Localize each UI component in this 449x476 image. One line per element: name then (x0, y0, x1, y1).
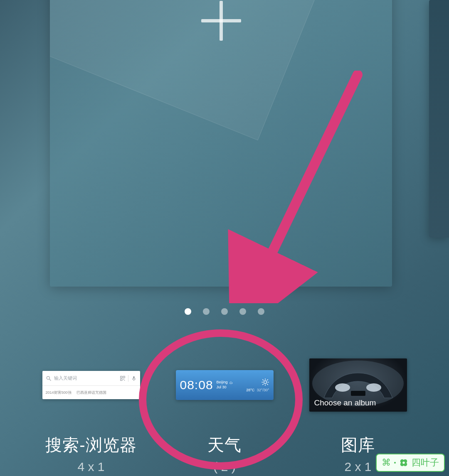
svg-rect-5 (120, 379, 122, 380)
cloud-icon (229, 381, 233, 385)
watermark-badge: ⌘ 四叶子 (376, 454, 445, 472)
svg-line-15 (262, 380, 263, 380)
weather-widget-preview: 08:08 Beijing Jul 30 (176, 370, 274, 400)
cmd-icon: ⌘ (382, 457, 391, 468)
sun-icon (261, 378, 269, 386)
widget-search-size: 4 x 1 (77, 460, 104, 474)
weather-time: 08:08 (180, 378, 213, 392)
weather-temp: 28°C (246, 388, 254, 392)
page-dot-1[interactable] (185, 308, 191, 315)
svg-point-20 (335, 383, 350, 392)
hot-topic-2: 巴西巫师诅咒德国 (76, 390, 106, 395)
widget-gallery-size: 2 x 1 (344, 460, 371, 474)
page-dot-2[interactable] (203, 308, 210, 315)
svg-point-21 (366, 383, 381, 392)
widget-weather-label: 天气 (207, 434, 242, 456)
add-page-icon[interactable] (201, 1, 241, 41)
widget-weather[interactable]: 08:08 Beijing Jul 30 (176, 358, 274, 474)
page-indicator (0, 308, 449, 315)
svg-rect-7 (124, 380, 125, 380)
svg-line-2 (49, 379, 51, 380)
watermark-text: 四叶子 (412, 456, 439, 469)
home-page-preview[interactable] (50, 0, 392, 287)
hot-topic-1: 2014财富500强 (46, 390, 72, 395)
svg-point-28 (402, 461, 405, 464)
qr-icon (120, 375, 126, 381)
gallery-widget-preview: Choose an album (309, 358, 407, 412)
page-dot-3[interactable] (221, 308, 228, 315)
clover-icon (399, 458, 408, 467)
page-dot-4[interactable] (239, 308, 246, 315)
svg-point-1 (47, 376, 49, 379)
gallery-caption: Choose an album (314, 398, 376, 407)
svg-line-18 (267, 380, 268, 380)
weather-range: 32°/30° (257, 388, 269, 392)
widget-gallery-label: 图库 (341, 434, 375, 456)
page-dot-5[interactable] (258, 308, 264, 315)
weather-city: Beijing (217, 380, 228, 385)
svg-line-17 (262, 384, 263, 385)
home-page-preview-next[interactable] (429, 0, 449, 238)
search-placeholder: 输入关键词 (54, 375, 117, 381)
svg-rect-6 (123, 379, 124, 380)
svg-rect-22 (351, 391, 365, 396)
search-widget-preview: 输入关键词 2014财富5 (42, 371, 140, 399)
svg-rect-4 (123, 376, 125, 378)
widget-search[interactable]: 输入关键词 2014财富5 (42, 358, 140, 474)
mic-icon (131, 375, 137, 381)
widget-search-label: 搜索-浏览器 (45, 434, 136, 456)
search-icon (46, 375, 52, 381)
weather-date: Jul 30 (217, 385, 233, 390)
svg-rect-8 (133, 376, 135, 378)
widget-weather-count: ( 2 ) (213, 460, 235, 474)
svg-rect-3 (120, 376, 122, 378)
svg-line-16 (267, 384, 268, 385)
svg-point-10 (264, 381, 266, 384)
